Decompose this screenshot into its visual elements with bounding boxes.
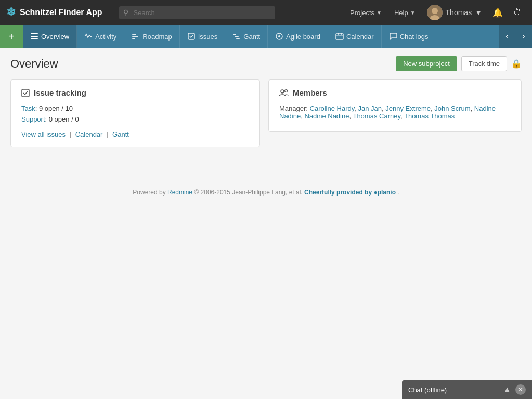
svg-rect-5 (31, 38, 38, 39)
search-input[interactable] (119, 6, 275, 19)
members-manager: Manager: Caroline Hardy, Jan Jan, Jenny … (279, 104, 511, 120)
powered-by-text: Powered by (133, 189, 165, 196)
svg-point-14 (278, 35, 280, 37)
task-stats: 9 open / 10 (39, 104, 73, 112)
help-caret: ▼ (410, 10, 416, 16)
planio-label: planio (378, 189, 396, 196)
tab-issues[interactable]: Issues (180, 25, 226, 48)
main-content: Issue tracking Task: 9 open / 10 Support… (0, 79, 532, 157)
separator-1: | (70, 130, 71, 138)
user-name: Thomas (446, 8, 472, 17)
issue-tracking-title: Issue tracking (21, 88, 249, 97)
gantt-icon (232, 32, 241, 41)
svg-rect-11 (235, 36, 239, 37)
projects-caret: ▼ (377, 10, 382, 16)
activity-icon (84, 32, 93, 41)
member-jan[interactable]: Jan Jan (358, 104, 382, 112)
separator-2: | (107, 130, 108, 138)
svg-rect-6 (132, 34, 136, 35)
help-menu[interactable]: Help ▼ (389, 6, 421, 20)
member-caroline[interactable]: Caroline Hardy (310, 104, 355, 112)
projects-menu[interactable]: Projects ▼ (345, 6, 387, 20)
tab-roadmap[interactable]: Roadmap (124, 25, 179, 48)
clock-icon[interactable]: ⏱ (509, 5, 526, 20)
top-nav-right: Projects ▼ Help ▼ Thomas ▼ 🔔 ⏱ (345, 3, 526, 22)
tab-agile-board-label: Agile board (286, 33, 320, 41)
track-time-button[interactable]: Track time (461, 56, 507, 71)
svg-rect-10 (233, 34, 236, 35)
add-tab-button[interactable]: + (0, 25, 23, 48)
svg-rect-15 (336, 34, 343, 39)
manager-label: Manager: (279, 104, 308, 112)
members-icon (279, 89, 289, 97)
planio-link[interactable]: Cheerfully provided by ●planio (304, 189, 397, 196)
svg-rect-12 (236, 38, 240, 39)
app-name: Schnitzel Finder App (20, 8, 102, 17)
tab-prev-button[interactable]: ‹ (499, 25, 515, 48)
chat-icon (389, 32, 397, 41)
tab-gantt-label: Gantt (243, 33, 260, 41)
members-title: Members (279, 88, 511, 97)
member-jenny[interactable]: Jenny Extreme (385, 104, 431, 112)
tab-issues-label: Issues (198, 33, 218, 41)
svg-rect-4 (31, 36, 38, 37)
user-caret: ▼ (475, 8, 482, 17)
tab-agile-board[interactable]: Agile board (268, 25, 328, 48)
card-links: View all issues | Calendar | Gantt (21, 130, 249, 138)
projects-label: Projects (350, 9, 374, 17)
page-header: Overview New subproject Track time 🔒 (0, 48, 532, 79)
planio-text: Cheerfully provided by (304, 189, 372, 196)
tab-activity[interactable]: Activity (77, 25, 124, 48)
tab-calendar[interactable]: Calendar (328, 25, 382, 48)
user-menu[interactable]: Thomas ▼ (423, 3, 486, 22)
tab-activity-label: Activity (95, 33, 116, 41)
members-card: Members Manager: Caroline Hardy, Jan Jan… (268, 79, 522, 132)
help-label: Help (394, 9, 408, 17)
roadmap-icon (132, 32, 140, 41)
header-actions: New subproject Track time 🔒 (396, 56, 522, 71)
svg-point-21 (285, 89, 288, 92)
avatar (427, 5, 443, 20)
notifications-icon[interactable]: 🔔 (488, 5, 507, 21)
copyright-text: © 2006-2015 Jean-Philippe Lang, et al. (194, 189, 302, 196)
tab-gantt[interactable]: Gantt (225, 25, 268, 48)
member-thomas-thomas[interactable]: Thomas Thomas (404, 112, 455, 120)
member-john[interactable]: John Scrum (434, 104, 470, 112)
tab-calendar-label: Calendar (346, 33, 374, 41)
tab-chat-logs-label: Chat logs (400, 33, 429, 41)
view-all-issues-link[interactable]: View all issues (21, 130, 66, 138)
gantt-link[interactable]: Gantt (112, 130, 129, 138)
avatar-image (427, 5, 443, 20)
cards-row: Issue tracking Task: 9 open / 10 Support… (10, 79, 522, 147)
checkbox-icon (21, 89, 30, 97)
svg-point-1 (432, 8, 438, 14)
page-title: Overview (10, 57, 396, 71)
svg-rect-3 (31, 33, 38, 34)
tab-next-button[interactable]: › (515, 25, 532, 48)
overview-icon (30, 32, 38, 41)
support-link[interactable]: Support (21, 115, 45, 123)
app-logo: ❄ Schnitzel Finder App (6, 6, 102, 19)
task-link[interactable]: Task (21, 104, 35, 112)
lock-icon[interactable]: 🔒 (511, 59, 522, 69)
svg-point-20 (281, 90, 284, 93)
tab-chat-logs[interactable]: Chat logs (382, 25, 436, 48)
task-item: Task: 9 open / 10 (21, 104, 249, 112)
snowflake-icon: ❄ (6, 6, 16, 19)
member-thomas-carney[interactable]: Thomas Carney (353, 112, 400, 120)
support-stats: 0 open / 0 (49, 115, 79, 123)
tab-overview-label: Overview (41, 33, 69, 41)
tab-overview[interactable]: Overview (23, 25, 77, 48)
issues-icon (187, 32, 196, 41)
member-nadine2[interactable]: Nadine Nadine (304, 112, 349, 120)
new-subproject-button[interactable]: New subproject (396, 56, 457, 71)
calendar-link[interactable]: Calendar (75, 130, 103, 138)
top-navbar: ❄ Schnitzel Finder App ⚲ Projects ▼ Help… (0, 0, 532, 25)
svg-rect-8 (132, 38, 135, 39)
footer: Powered by Redmine © 2006-2015 Jean-Phil… (0, 178, 532, 206)
calendar-icon (335, 32, 344, 41)
svg-rect-19 (22, 89, 29, 97)
tab-roadmap-label: Roadmap (142, 33, 172, 41)
search-icon: ⚲ (123, 8, 128, 17)
redmine-link[interactable]: Redmine (167, 189, 192, 196)
